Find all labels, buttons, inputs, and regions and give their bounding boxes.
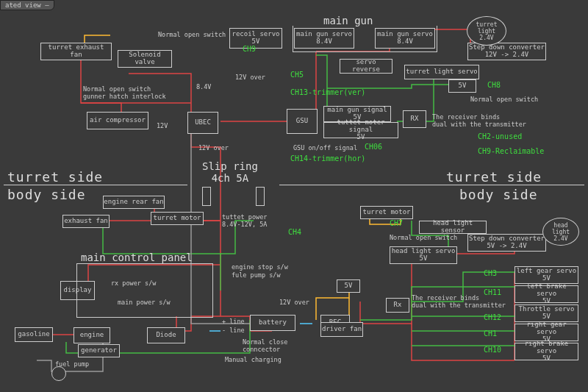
box-engine-rear-fan: engine rear fan: [103, 196, 165, 209]
note-manual-charging: Manual charging: [225, 356, 282, 363]
box-head-light-sensor: head light sensor: [419, 221, 487, 234]
box-left-gear-servo: left gear servo 5V: [514, 266, 578, 284]
box-ubec: UBEC: [187, 112, 218, 134]
box-gasoline: gasoline: [15, 327, 53, 342]
box-5v-body: 5V: [337, 279, 360, 293]
box-air-compressor: air compressor: [87, 112, 148, 129]
note-12v-over-3: 12V over: [279, 299, 309, 306]
ch-3: CH3: [484, 269, 497, 277]
note-rx-bind-body: The receiver binds dual with the transmi…: [412, 294, 506, 309]
box-right-gear-servo: right gear servo 5V: [514, 324, 578, 341]
label-turret-side-right: turret side: [446, 169, 542, 185]
ch-06: CH06: [365, 143, 382, 151]
box-turret-motor-right: turret motor: [360, 206, 413, 219]
box-tuttet-moter-signal: tuttet moter signal 5V: [323, 122, 398, 138]
box-engine: engine: [74, 327, 110, 343]
note-normal-open-switch-1: Normal open switch: [158, 31, 226, 38]
box-driver-fan: driver fan: [320, 322, 363, 337]
box-diode: Diode: [147, 327, 185, 343]
ch-12: CH12: [484, 313, 501, 321]
divider-left: [4, 185, 187, 185]
ch-11: CH11: [484, 288, 501, 296]
ch-1: CH1: [484, 329, 497, 338]
box-left-brake-servo: left brake servo 5V: [514, 285, 578, 303]
ch-14: CH14-trimmer(hor): [290, 154, 365, 163]
box-turret-light-servo: turret light servo: [404, 65, 479, 79]
ch-5: CH5: [290, 71, 304, 79]
box-right-brake-servo: right brake servo 5V: [514, 343, 578, 360]
note-nos-body-mid: Normal open switch: [390, 234, 457, 241]
label-slip-ring: Slip ring 4ch 5A: [202, 160, 258, 184]
tab-label: ated view —: [0, 0, 54, 10]
note-fule-pump-sw: fule pump s/w: [232, 271, 281, 279]
slip-ring-conn-right: [256, 187, 265, 206]
label-main-gun: main gun: [323, 15, 373, 26]
note-8-4v: 8.4V: [196, 83, 211, 90]
box-head-light-servo: head light servo 5V: [390, 246, 457, 264]
note-nos-gunner: Normal open switch gunner hatch interloc…: [83, 85, 166, 100]
ch-8: CH8: [487, 81, 501, 89]
circle-turret-light: turret light 2.4V: [467, 16, 506, 46]
box-turret-motor-left: turret motor: [151, 212, 204, 225]
label-main-control-panel: main control panel: [81, 252, 193, 263]
box-gsu: GSU: [287, 109, 318, 134]
note-minus-line: - line: [222, 327, 245, 334]
circle-fuel-pump: [51, 366, 66, 381]
label-body-side-right: body side: [459, 187, 538, 202]
note-normal-close-connector: Normal close conncector: [243, 338, 287, 353]
ch-13: CH13-trimmer(ver): [290, 88, 365, 96]
ch-9-reclaimable: CH9-Reclaimable: [478, 147, 544, 155]
box-rx-turret: RX: [403, 110, 426, 128]
box-battery: battery: [250, 315, 295, 331]
divider-right: [279, 185, 584, 185]
note-nos-turret-right: Normal open switch: [470, 96, 538, 103]
note-12v: 12V: [157, 122, 168, 129]
box-solenoid-valve: Solenoid valve: [118, 50, 172, 68]
ch-9: CH9: [243, 45, 256, 53]
ch-4: CH4: [288, 228, 301, 236]
box-exhaust-fan: exhaust fan: [62, 215, 110, 228]
note-rx-bind-turret: The receiver binds dual with the transmi…: [432, 113, 526, 128]
note-engine-stop-sw: engine stop s/w: [232, 263, 288, 271]
box-generator: generator: [78, 344, 120, 357]
box-rx-body: Rx: [386, 298, 409, 313]
box-step-down-turret: Step down converter 12V -> 2.4V: [467, 43, 546, 60]
box-throttle-servo: Throttle servo 5V: [514, 304, 578, 322]
ch-10: CH10: [484, 346, 501, 354]
ch-7: CH7: [390, 219, 403, 227]
note-plus-line: + line: [222, 318, 245, 325]
box-step-down-body: Step down converter 5V -> 2.4V: [467, 234, 546, 252]
main-control-panel-frame: [76, 263, 213, 318]
note-tuttet-power: tuttet power 8.4V-12V, 5A: [222, 213, 267, 228]
note-12v-over-1: 12V over: [235, 74, 265, 81]
circle-head-light: head light 2.4V: [542, 218, 579, 246]
ch-2-unused: CH2-unused: [478, 132, 522, 140]
label-body-side-left: body side: [7, 187, 86, 202]
label-turret-side-left: turret side: [7, 169, 103, 185]
slip-ring-conn-left: [202, 187, 211, 206]
note-gsu-onoff: GSU on/off signal: [293, 144, 357, 152]
box-5v-turret: 5V: [448, 79, 476, 93]
box-turret-exhaust-fan: turret exhaust fan: [40, 43, 112, 60]
main-gun-frame: [293, 26, 437, 52]
note-12v-over-2: 12V over: [198, 144, 229, 152]
box-servo-reverse: servo reverse: [340, 59, 392, 74]
